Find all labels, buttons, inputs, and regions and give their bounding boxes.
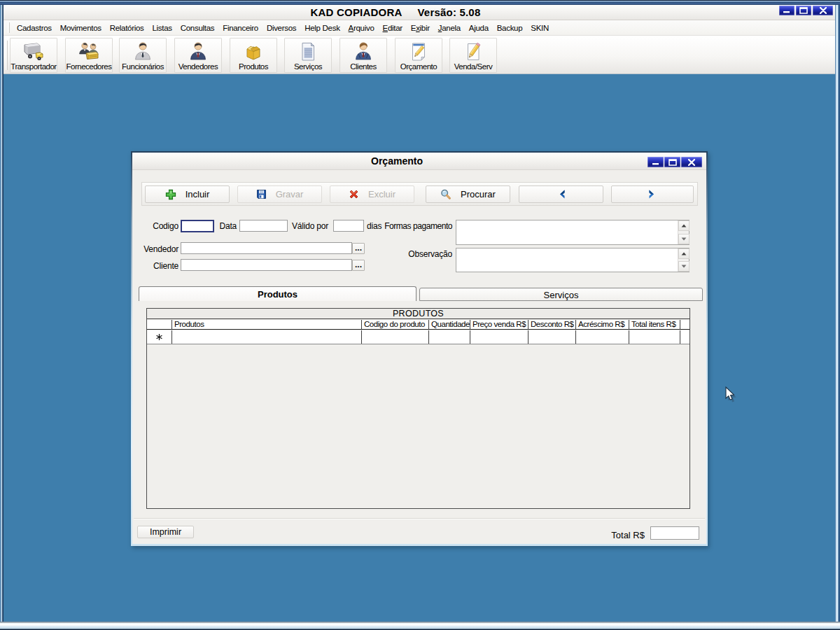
suppliers-icon [77, 41, 101, 63]
excluir-button[interactable]: Excluir [330, 186, 414, 203]
menu-cadastros[interactable]: Cadastros [13, 21, 56, 35]
vendedor-lookup-button[interactable]: ... [352, 243, 365, 254]
grid-cell[interactable] [629, 330, 680, 344]
grid-header-total-itens[interactable]: Total itens R$ [629, 320, 680, 329]
scroll-up-button[interactable] [678, 248, 690, 259]
orcamento-minimize-button[interactable] [648, 157, 664, 167]
grid-header-desconto[interactable]: Desconto R$ [528, 320, 576, 329]
save-icon [256, 189, 267, 200]
vendedor-input[interactable] [181, 242, 352, 254]
menu-diversos[interactable]: Diversos [262, 21, 300, 35]
grid-cell-filler [680, 330, 690, 344]
scroll-down-button[interactable] [678, 234, 690, 244]
menu-backup[interactable]: Backup [493, 21, 527, 35]
menu-arquivo[interactable]: Arquivo [344, 21, 379, 35]
window-frame-bottom [0, 622, 840, 630]
gravar-button[interactable]: Gravar [237, 186, 322, 203]
formas-pagamento-memo[interactable] [456, 220, 690, 245]
maximize-icon [668, 158, 677, 166]
app-version: Versão: 5.08 [417, 6, 480, 18]
anterior-button[interactable] [519, 186, 603, 203]
box-icon [241, 41, 265, 63]
grid-header-filler [680, 320, 690, 329]
total-input[interactable] [650, 526, 699, 540]
scroll-up-button[interactable] [678, 220, 690, 231]
orcamento-window: Orçamento [131, 151, 708, 546]
proximo-button[interactable] [611, 186, 694, 203]
grid-header-quantidade[interactable]: Quantidade [429, 320, 470, 329]
grid-cell[interactable] [528, 330, 576, 344]
procurar-button[interactable]: Procurar [426, 186, 510, 203]
cliente-lookup-button[interactable]: ... [352, 260, 365, 271]
menu-relatorios[interactable]: Relatórios [106, 21, 148, 35]
orcamento-titlebar: Orçamento [132, 153, 706, 170]
maximize-button[interactable] [796, 6, 811, 15]
main-window-controls [779, 6, 833, 15]
grid-header-row: Produtos Codigo do produto Quantidade Pr… [147, 320, 690, 330]
arrow-right-icon [648, 189, 657, 200]
new-record-marker [147, 330, 172, 344]
menu-exibir[interactable]: Exibir [407, 21, 434, 35]
orcamento-close-button[interactable] [681, 157, 702, 167]
minimize-icon [783, 7, 791, 14]
scroll-up-icon [681, 252, 687, 255]
menu-listas[interactable]: Listas [148, 21, 176, 35]
grid-header-codigo-produto[interactable]: Codigo do produto [362, 320, 429, 329]
toolbar-grip [6, 41, 8, 70]
toolbar-fornecedores-label: Fornecedores [65, 62, 113, 71]
valido-por-input[interactable] [333, 220, 364, 232]
footer-divider [134, 518, 705, 519]
toolbar-transportador-label: Transportador [10, 62, 57, 71]
menu-ajuda[interactable]: Ajuda [465, 21, 493, 35]
close-icon [688, 158, 696, 166]
grid-cell[interactable] [576, 330, 629, 344]
grid-cell[interactable] [429, 330, 470, 344]
excluir-label: Excluir [368, 189, 396, 200]
menu-movimentos[interactable]: Movimentos [56, 21, 106, 35]
menu-consultas[interactable]: Consultas [176, 21, 218, 35]
total-label: Total R$ [589, 530, 645, 540]
grid-cell[interactable] [362, 330, 429, 344]
data-input[interactable] [239, 220, 288, 232]
toolbar-clientes-label: Clientes [340, 62, 387, 71]
cliente-input[interactable] [181, 259, 352, 271]
truck-icon [22, 41, 46, 63]
menu-financeiro[interactable]: Financeiro [218, 21, 262, 35]
toolbar-venda-serv-label: Venda/Serv [449, 62, 497, 71]
orcamento-window-controls [648, 157, 702, 167]
window-frame-right [835, 5, 840, 622]
close-button[interactable] [813, 6, 833, 15]
grid-cell[interactable] [172, 330, 362, 344]
formas-pagamento-label: Formas pagamento [377, 220, 452, 232]
tab-servicos-label: Serviços [420, 290, 702, 300]
maximize-icon [799, 7, 808, 14]
scroll-down-icon [681, 265, 687, 268]
client-icon [351, 41, 375, 63]
toolbar-vendedores-label: Vendedores [174, 62, 222, 71]
menu-help-desk[interactable]: Help Desk [300, 21, 344, 35]
observacao-label: Observação [377, 248, 452, 260]
tab-produtos[interactable]: Produtos [139, 286, 416, 301]
menu-janela[interactable]: Janela [434, 21, 465, 35]
produtos-grid: PRODUTOS Produtos Codigo do produto Quan… [146, 308, 690, 509]
arrow-left-icon [557, 189, 566, 200]
observacao-memo[interactable] [456, 248, 690, 272]
grid-cell[interactable] [470, 330, 528, 344]
menu-skin[interactable]: SKIN [526, 21, 553, 35]
imprimir-button[interactable]: Imprimir [137, 526, 194, 538]
grid-header-preco-venda[interactable]: Preço venda R$ [470, 320, 528, 329]
tab-servicos[interactable]: Serviços [419, 288, 703, 301]
minimize-button[interactable] [779, 6, 794, 15]
grid-new-row[interactable] [147, 330, 690, 344]
scroll-down-button[interactable] [678, 261, 690, 272]
cliente-label: Cliente [136, 260, 178, 272]
gravar-label: Gravar [276, 189, 304, 200]
incluir-button[interactable]: Incluir [145, 186, 230, 203]
orcamento-maximize-button[interactable] [664, 157, 680, 167]
employee-icon [131, 41, 155, 63]
application-window: KAD COPIADORAVersão: 5.08 Cadastros Movi… [0, 0, 840, 630]
grid-header-produtos[interactable]: Produtos [172, 320, 362, 329]
grid-header-acrescimo[interactable]: Acréscimo R$ [576, 320, 629, 329]
menu-editar[interactable]: Editar [379, 21, 407, 35]
observacao-scrollbar [678, 248, 689, 272]
